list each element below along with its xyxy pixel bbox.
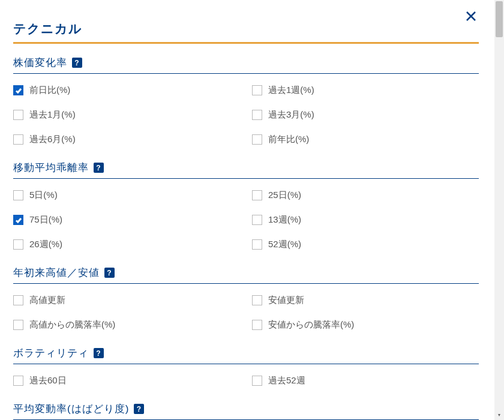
- section-title: 株価変化率: [13, 56, 67, 70]
- checkbox-option[interactable]: 過去60日: [13, 375, 240, 386]
- option-label: 過去1月(%): [29, 109, 76, 121]
- help-icon[interactable]: ?: [134, 404, 144, 414]
- option-label: 過去3月(%): [268, 109, 314, 121]
- option-label: 過去6月(%): [29, 134, 76, 145]
- option-label: 26週(%): [29, 239, 62, 250]
- checkbox-option[interactable]: 安値からの騰落率(%): [252, 319, 479, 331]
- help-icon[interactable]: ?: [104, 268, 115, 278]
- section-header: 移動平均乖離率?: [13, 161, 479, 179]
- checkbox[interactable]: [252, 110, 262, 120]
- section-title: ボラティリティ: [13, 346, 89, 360]
- option-label: 安値更新: [268, 295, 304, 306]
- checkbox-option[interactable]: 前年比(%): [252, 134, 479, 145]
- checkbox[interactable]: [13, 190, 23, 200]
- section-header: 平均変動率(はばどり度)?: [13, 402, 479, 420]
- checkbox[interactable]: [13, 215, 23, 225]
- option-label: 前日比(%): [29, 85, 70, 96]
- section-title: 年初来高値／安値: [13, 266, 100, 280]
- checkbox[interactable]: [13, 376, 23, 386]
- checkbox-option[interactable]: 過去52週: [252, 375, 479, 386]
- checkbox-option[interactable]: 52週(%): [252, 239, 479, 250]
- checkbox[interactable]: [13, 320, 23, 330]
- scrollbar-down-arrow[interactable]: ▾: [496, 412, 503, 419]
- checkbox-option[interactable]: 5日(%): [13, 190, 240, 201]
- checkbox-option[interactable]: 13週(%): [252, 214, 479, 226]
- option-label: 高値からの騰落率(%): [29, 319, 115, 331]
- options-grid: 5日(%)25日(%)75日(%)13週(%)26週(%)52週(%): [13, 190, 479, 250]
- section: 平均変動率(はばどり度)?: [13, 402, 479, 420]
- option-label: 高値更新: [29, 295, 65, 306]
- checkbox[interactable]: [252, 190, 262, 200]
- checkbox-option[interactable]: 過去1月(%): [13, 109, 240, 121]
- checkbox[interactable]: [13, 239, 23, 250]
- checkbox[interactable]: [13, 85, 23, 95]
- section: 株価変化率?前日比(%)過去1週(%)過去1月(%)過去3月(%)過去6月(%)…: [13, 56, 479, 145]
- section: 移動平均乖離率?5日(%)25日(%)75日(%)13週(%)26週(%)52週…: [13, 161, 479, 250]
- checkbox-option[interactable]: 高値更新: [13, 295, 240, 306]
- options-grid: 過去60日過去52週: [13, 375, 479, 386]
- option-label: 75日(%): [29, 214, 62, 226]
- option-label: 過去1週(%): [268, 85, 314, 96]
- checkbox[interactable]: [252, 134, 262, 145]
- section: ボラティリティ?過去60日過去52週: [13, 346, 479, 386]
- checkbox-option[interactable]: 安値更新: [252, 295, 479, 306]
- option-label: 安値からの騰落率(%): [268, 319, 354, 331]
- help-icon[interactable]: ?: [94, 163, 104, 173]
- section-header: 株価変化率?: [13, 56, 479, 74]
- scrollbar-track[interactable]: ▾: [494, 0, 504, 420]
- option-label: 13週(%): [268, 214, 301, 226]
- checkbox[interactable]: [252, 85, 262, 95]
- section: 年初来高値／安値?高値更新安値更新高値からの騰落率(%)安値からの騰落率(%): [13, 266, 479, 331]
- checkbox[interactable]: [13, 134, 23, 145]
- checkbox[interactable]: [13, 110, 23, 120]
- options-grid: 前日比(%)過去1週(%)過去1月(%)過去3月(%)過去6月(%)前年比(%): [13, 85, 479, 145]
- checkbox-option[interactable]: 75日(%): [13, 214, 240, 226]
- checkbox[interactable]: [13, 295, 23, 305]
- checkbox-option[interactable]: 前日比(%): [13, 85, 240, 96]
- checkbox-option[interactable]: 26週(%): [13, 239, 240, 250]
- checkbox[interactable]: [252, 295, 262, 305]
- option-label: 5日(%): [29, 190, 58, 201]
- checkbox[interactable]: [252, 320, 262, 330]
- checkbox[interactable]: [252, 239, 262, 250]
- scrollbar-thumb[interactable]: [496, 1, 503, 37]
- help-icon[interactable]: ?: [72, 58, 82, 68]
- option-label: 過去52週: [268, 375, 305, 386]
- help-icon[interactable]: ?: [94, 348, 104, 358]
- option-label: 過去60日: [29, 375, 67, 386]
- options-grid: 高値更新安値更新高値からの騰落率(%)安値からの騰落率(%): [13, 295, 479, 331]
- checkbox[interactable]: [252, 215, 262, 225]
- close-button[interactable]: [466, 11, 479, 24]
- checkbox-option[interactable]: 25日(%): [252, 190, 479, 201]
- section-title: 移動平均乖離率: [13, 161, 89, 175]
- page-title: テクニカル: [13, 20, 479, 44]
- checkbox-option[interactable]: 過去6月(%): [13, 134, 240, 145]
- section-title: 平均変動率(はばどり度): [13, 402, 129, 416]
- section-header: 年初来高値／安値?: [13, 266, 479, 284]
- close-icon: [466, 11, 476, 22]
- checkbox-option[interactable]: 過去3月(%): [252, 109, 479, 121]
- checkbox-option[interactable]: 過去1週(%): [252, 85, 479, 96]
- option-label: 前年比(%): [268, 134, 309, 145]
- section-header: ボラティリティ?: [13, 346, 479, 364]
- checkbox[interactable]: [252, 376, 262, 386]
- option-label: 52週(%): [268, 239, 301, 250]
- checkbox-option[interactable]: 高値からの騰落率(%): [13, 319, 240, 331]
- option-label: 25日(%): [268, 190, 301, 201]
